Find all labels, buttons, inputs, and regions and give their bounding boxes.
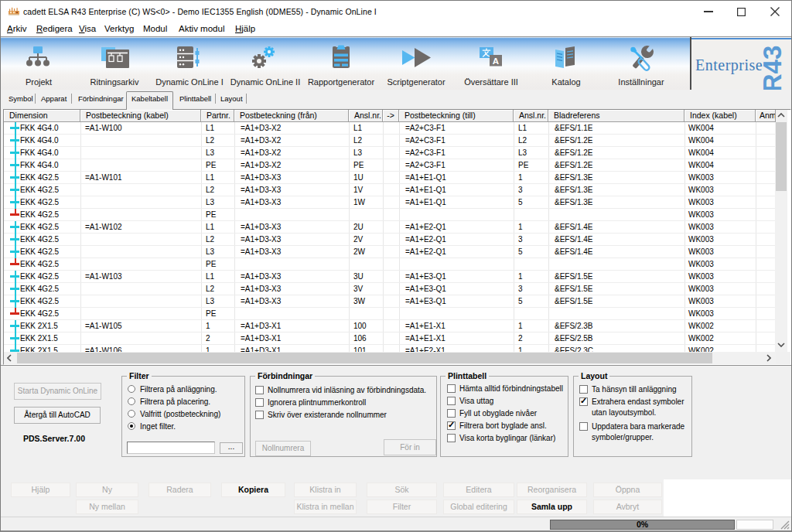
- svg-text:A: A: [493, 56, 499, 66]
